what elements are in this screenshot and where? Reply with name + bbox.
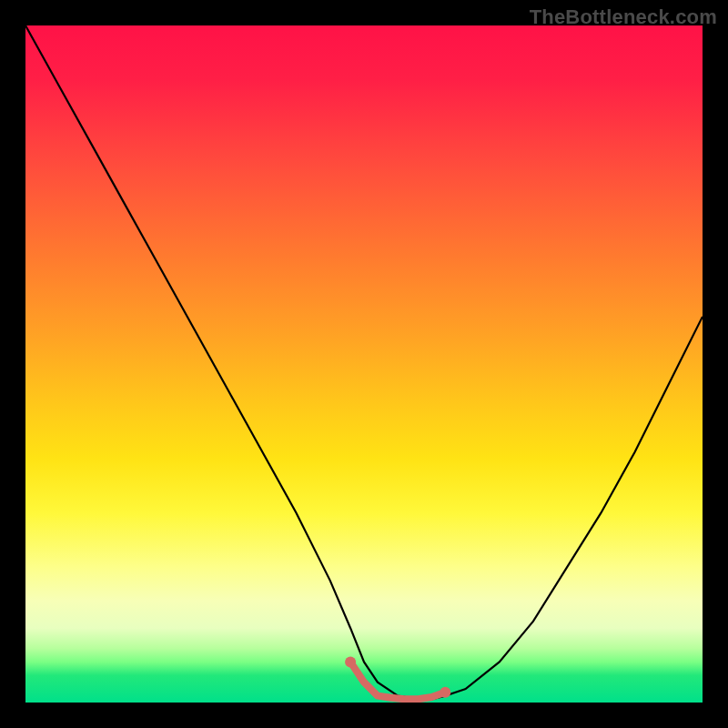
sweet-spot-marker — [350, 662, 445, 699]
chart-frame: TheBottleneck.com — [0, 0, 728, 728]
sweet-spot-dot-left — [345, 656, 356, 667]
plot-area — [25, 25, 703, 703]
curve-layer — [25, 25, 703, 703]
watermark-text: TheBottleneck.com — [530, 5, 717, 29]
sweet-spot-dot-right — [440, 687, 450, 698]
bottleneck-curve — [25, 25, 703, 699]
